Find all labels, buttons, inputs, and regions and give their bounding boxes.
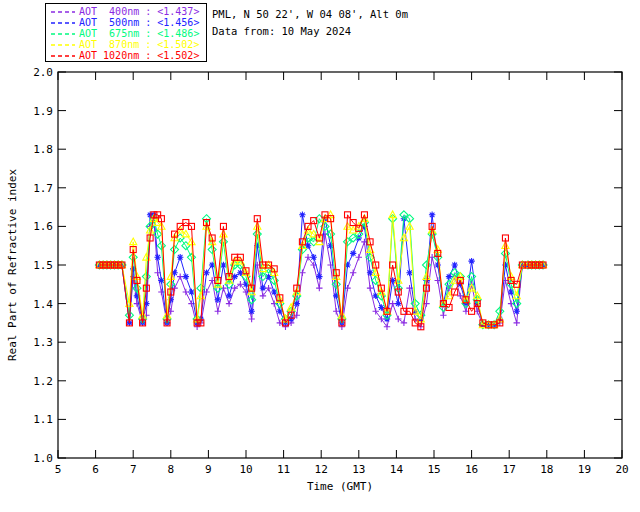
- legend-dash-sample: [50, 7, 76, 17]
- marker-asterisk: [154, 254, 160, 260]
- x-tick-label: 6: [92, 463, 99, 476]
- legend-entry-label: AOT 400nm : <1.437>: [79, 7, 199, 17]
- y-tick-label: 1.2: [33, 375, 53, 388]
- legend-dash-sample: [50, 29, 76, 39]
- y-tick-label: 1.9: [33, 105, 53, 118]
- marker-plus: [514, 320, 520, 326]
- legend-entry-label: AOT 675nm : <1.486>: [79, 29, 199, 39]
- y-tick-label: 1.7: [33, 182, 53, 195]
- x-tick-label: 5: [55, 463, 62, 476]
- x-tick-label: 9: [205, 463, 212, 476]
- y-tick-label: 1.8: [33, 143, 53, 156]
- marker-plus: [395, 316, 401, 322]
- x-tick-label: 8: [167, 463, 174, 476]
- legend-entry: AOT 1020nm : <1.502>: [50, 50, 206, 61]
- x-tick-label: 7: [130, 463, 137, 476]
- y-tick-label: 1.0: [33, 452, 53, 465]
- marker-plus: [350, 270, 356, 276]
- x-tick-label: 20: [615, 463, 628, 476]
- legend-dash-sample: [50, 51, 76, 61]
- marker-asterisk: [299, 212, 305, 218]
- marker-asterisk: [406, 270, 412, 276]
- x-tick-label: 15: [427, 463, 440, 476]
- x-tick-label: 14: [390, 463, 404, 476]
- marker-asterisk: [260, 285, 266, 291]
- marker-asterisk: [226, 293, 232, 299]
- marker-plus: [248, 316, 254, 322]
- y-axis-title: Real Part of Refractive index: [6, 169, 19, 361]
- legend-entry-label: AOT 500nm : <1.456>: [79, 18, 199, 28]
- x-tick-label: 19: [578, 463, 591, 476]
- x-tick-label: 13: [352, 463, 365, 476]
- x-axis-ticks: 567891011121314151617181920: [55, 72, 629, 476]
- marker-plus: [183, 289, 189, 295]
- x-tick-label: 17: [503, 463, 516, 476]
- x-axis-title: Time (GMT): [307, 480, 373, 493]
- legend: AOT 400nm : <1.437> AOT 500nm : <1.456> …: [45, 3, 207, 62]
- x-tick-label: 11: [277, 463, 290, 476]
- marker-asterisk: [514, 308, 520, 314]
- y-tick-label: 1.3: [33, 336, 53, 349]
- legend-dash-sample: [50, 40, 76, 50]
- marker-plus: [356, 254, 362, 260]
- legend-dash-sample: [50, 18, 76, 28]
- legend-entry: AOT 400nm : <1.437>: [50, 6, 206, 17]
- y-tick-label: 1.1: [33, 413, 53, 426]
- marker-asterisk: [188, 289, 194, 295]
- legend-entry: AOT 500nm : <1.456>: [50, 17, 206, 28]
- legend-entry-label: AOT 1020nm : <1.502>: [79, 51, 199, 61]
- marker-plus: [401, 320, 407, 326]
- station-info: PML, N 50 22', W 04 08', Alt 0m: [212, 6, 408, 23]
- marker-plus: [226, 300, 232, 306]
- marker-asterisk: [350, 250, 356, 256]
- legend-entry: AOT 675nm : <1.486>: [50, 28, 206, 39]
- legend-entry: AOT 870nm : <1.502>: [50, 39, 206, 50]
- marker-plus: [177, 273, 183, 279]
- marker-asterisk: [183, 273, 189, 279]
- marker-plus: [389, 300, 395, 306]
- x-tick-label: 18: [540, 463, 553, 476]
- chart-canvas: 5678910111213141516171819201.01.11.21.31…: [0, 0, 640, 512]
- y-tick-label: 1.5: [33, 259, 53, 272]
- marker-plus: [316, 285, 322, 291]
- marker-plus: [215, 308, 221, 314]
- data-date: Data from: 10 May 2024: [212, 23, 408, 40]
- legend-entry-label: AOT 870nm : <1.502>: [79, 40, 199, 50]
- plot-window: 5678910111213141516171819201.01.11.21.31…: [0, 0, 640, 512]
- marker-plus: [305, 254, 311, 260]
- marker-asterisk: [215, 297, 221, 303]
- marker-plus: [265, 285, 271, 291]
- marker-plus: [440, 312, 446, 318]
- y-tick-label: 1.6: [33, 220, 53, 233]
- marker-asterisk: [177, 254, 183, 260]
- marker-asterisk: [429, 212, 435, 218]
- marker-asterisk: [468, 258, 474, 264]
- y-tick-label: 1.4: [33, 298, 53, 311]
- y-tick-label: 2.0: [33, 66, 53, 79]
- marker-asterisk: [316, 273, 322, 279]
- marker-plus: [367, 285, 373, 291]
- marker-asterisk: [310, 254, 316, 260]
- x-tick-label: 12: [315, 463, 328, 476]
- x-tick-label: 16: [465, 463, 478, 476]
- marker-asterisk: [248, 308, 254, 314]
- x-tick-label: 10: [239, 463, 252, 476]
- header-info: PML, N 50 22', W 04 08', Alt 0m Data fro…: [212, 6, 408, 40]
- marker-asterisk: [451, 262, 457, 268]
